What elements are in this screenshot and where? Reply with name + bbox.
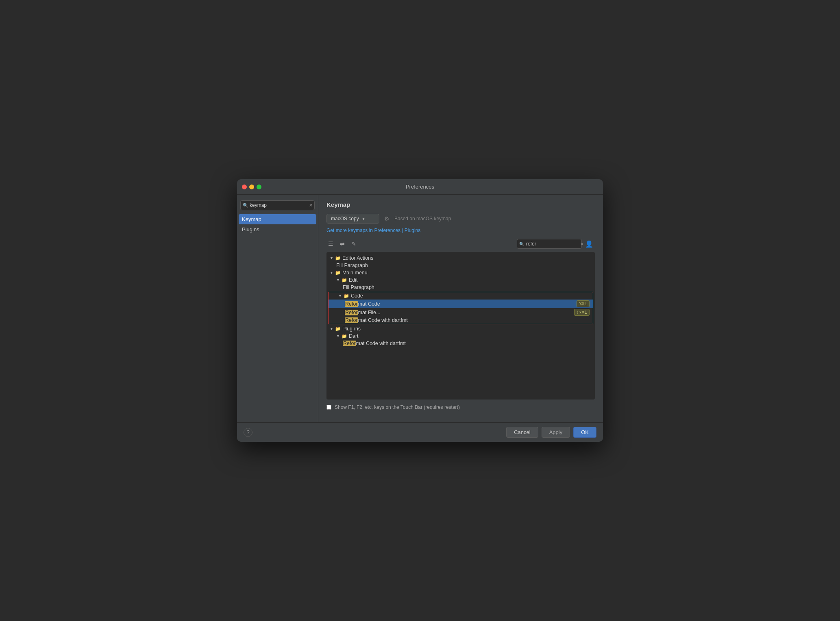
- tree-node-code[interactable]: ▼ 📁 Code: [329, 292, 593, 300]
- content-area: 🔍 ✕ Keymap Plugins Keymap macOS copy ▾ ⚙: [237, 195, 603, 422]
- tree-node-reformat-file[interactable]: Reformat File... ⇧⌥⌘L: [329, 308, 593, 317]
- red-outline-box: ▼ 📁 Code Reformat Code ⌥⌘L R: [328, 292, 593, 324]
- toolbar-row: ☰ ⇌ ✎ 🔍 ✕ 👤: [326, 239, 595, 249]
- get-more-keymaps-link[interactable]: Get more keymaps in Preferences | Plugin…: [326, 228, 595, 233]
- titlebar: Preferences: [237, 179, 603, 195]
- keymap-search-icon: 🔍: [519, 242, 524, 246]
- ok-button[interactable]: OK: [573, 427, 596, 438]
- find-action-button[interactable]: 👤: [583, 239, 595, 249]
- keymap-dropdown[interactable]: macOS copy ▾: [326, 214, 379, 224]
- expand-icon: ▼: [330, 256, 333, 260]
- highlight-match: Refor: [345, 317, 358, 323]
- node-label: Main menu: [342, 270, 592, 276]
- highlight-match: Refor: [345, 310, 358, 315]
- section-title: Keymap: [326, 201, 595, 208]
- expand-icon: ▼: [338, 294, 342, 298]
- tree-node-reformat-dartfmt[interactable]: Reformat Code with dartfmt: [329, 317, 593, 324]
- sidebar-search-clear-icon[interactable]: ✕: [309, 203, 313, 208]
- highlight-match: Refor: [343, 341, 356, 346]
- minimize-button[interactable]: [249, 185, 254, 189]
- expand-icon: ▼: [330, 327, 333, 331]
- edit-shortcuts-button[interactable]: ✎: [350, 240, 358, 248]
- node-label: Edit: [349, 277, 592, 283]
- help-button[interactable]: ?: [244, 428, 252, 437]
- footer: ? Cancel Apply OK: [237, 422, 603, 442]
- shortcut-badge: ⌥⌘L: [577, 300, 590, 307]
- folder-icon: 📁: [342, 278, 347, 283]
- expand-all-button[interactable]: ☰: [326, 240, 335, 248]
- traffic-lights: [242, 185, 261, 189]
- node-label: Reformat File...: [345, 310, 574, 315]
- node-label: Code: [351, 293, 590, 299]
- gear-button[interactable]: ⚙: [383, 215, 390, 223]
- apply-button[interactable]: Apply: [542, 427, 570, 438]
- keymap-search[interactable]: 🔍 ✕ 👤: [517, 239, 595, 249]
- tree-node-main-menu[interactable]: ▼ 📁 Main menu: [326, 269, 595, 276]
- node-label: Reformat Code with dartfmt: [343, 341, 592, 346]
- touch-bar-checkbox[interactable]: [326, 405, 331, 410]
- sidebar-search[interactable]: 🔍 ✕: [240, 200, 315, 210]
- expand-icon: ▼: [336, 334, 340, 338]
- tree-node-reformat-code[interactable]: Reformat Code ⌥⌘L: [329, 300, 593, 308]
- node-label: Fill Paragraph: [336, 263, 592, 268]
- sidebar: 🔍 ✕ Keymap Plugins: [237, 195, 318, 422]
- tree-node-dart[interactable]: ▼ 📁 Dart: [326, 332, 595, 340]
- preferences-window: Preferences 🔍 ✕ Keymap Plugins Keymap ma: [237, 179, 603, 442]
- sidebar-item-keymap[interactable]: Keymap: [239, 214, 316, 224]
- folder-icon: 📁: [335, 256, 341, 261]
- tree-node-fill-paragraph-2[interactable]: Fill Paragraph: [326, 284, 595, 291]
- node-label: Dart: [349, 333, 592, 339]
- keymap-tree[interactable]: ▼ 📁 Editor Actions Fill Paragraph ▼ 📁 Ma…: [326, 252, 595, 400]
- keymap-value: macOS copy: [331, 216, 359, 221]
- folder-icon: 📁: [335, 326, 341, 332]
- tree-node-plug-ins[interactable]: ▼ 📁 Plug-ins: [326, 325, 595, 332]
- chevron-down-icon: ▾: [362, 216, 365, 221]
- sidebar-search-icon: 🔍: [243, 203, 248, 208]
- folder-icon: 📁: [335, 270, 341, 276]
- maximize-button[interactable]: [257, 185, 261, 189]
- based-on-label: Based on macOS keymap: [394, 216, 451, 221]
- node-label: Reformat Code with dartfmt: [345, 317, 590, 323]
- main-panel: Keymap macOS copy ▾ ⚙ Based on macOS key…: [318, 195, 603, 422]
- window-title: Preferences: [406, 184, 434, 190]
- folder-icon: 📁: [342, 334, 347, 339]
- node-label: Editor Actions: [342, 255, 592, 261]
- filter-button[interactable]: ⇌: [338, 240, 346, 248]
- keymap-selector-row: macOS copy ▾ ⚙ Based on macOS keymap: [326, 214, 595, 224]
- sidebar-item-plugins[interactable]: Plugins: [237, 224, 318, 235]
- toolbar-icons: ☰ ⇌ ✎: [326, 240, 358, 248]
- node-label: Fill Paragraph: [343, 284, 592, 290]
- shortcut-badge: ⇧⌥⌘L: [574, 309, 590, 316]
- tree-node-editor-actions[interactable]: ▼ 📁 Editor Actions: [326, 254, 595, 262]
- touch-bar-label: Show F1, F2, etc. keys on the Touch Bar …: [335, 404, 460, 410]
- tree-node-fill-paragraph-1[interactable]: Fill Paragraph: [326, 262, 595, 269]
- node-label: Reformat Code: [345, 301, 577, 307]
- expand-icon: ▼: [330, 271, 333, 275]
- touch-bar-checkbox-row: Show F1, F2, etc. keys on the Touch Bar …: [326, 404, 595, 410]
- close-button[interactable]: [242, 185, 247, 189]
- expand-icon: ▼: [336, 278, 340, 282]
- cancel-button[interactable]: Cancel: [506, 427, 538, 438]
- sidebar-search-input[interactable]: [240, 200, 315, 210]
- tree-node-reformat-dartfmt-2[interactable]: Reformat Code with dartfmt: [326, 340, 595, 347]
- tree-node-edit[interactable]: ▼ 📁 Edit: [326, 276, 595, 284]
- highlight-match: Refor: [345, 301, 358, 307]
- keymap-search-input[interactable]: [517, 239, 582, 249]
- node-label: Plug-ins: [342, 326, 592, 332]
- folder-icon: 📁: [344, 293, 349, 299]
- keymap-search-clear-icon[interactable]: ✕: [580, 242, 583, 246]
